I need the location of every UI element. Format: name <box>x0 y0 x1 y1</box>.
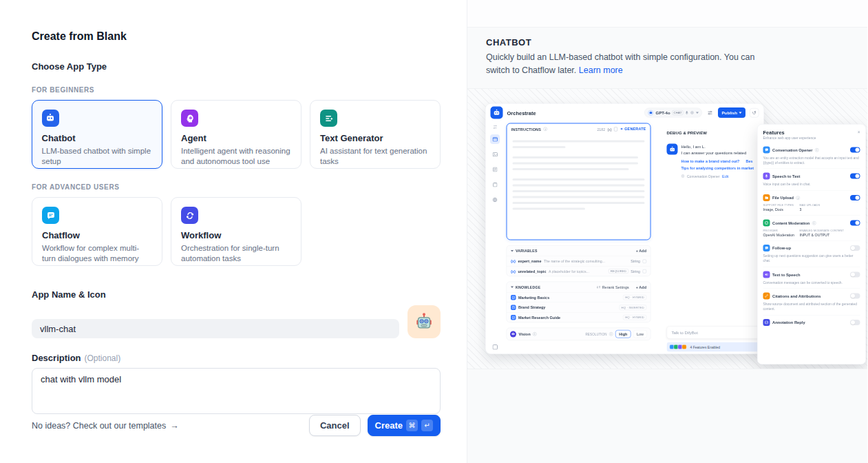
preview-topbar: Orchestrate GPT-4o CHAT <box>486 103 764 121</box>
resolution-high-option: High <box>615 330 631 338</box>
knowledge-row: Marketing Basics HQ · HYBRID <box>507 292 650 302</box>
app-name-row <box>32 305 441 338</box>
info-icon: i <box>812 220 816 225</box>
notes-icon <box>490 180 500 189</box>
info-icon: i <box>609 332 613 336</box>
model-params-icon <box>708 110 712 115</box>
toggle-on <box>850 195 860 200</box>
instructions-skeleton <box>507 133 650 214</box>
feature-follow-up: Follow-up Setting up next questions sugg… <box>763 240 860 263</box>
chatflow-icon <box>42 207 59 224</box>
upload-mini-icon <box>682 344 687 349</box>
enter-key-icon: ↵ <box>421 420 433 431</box>
toggle-on <box>850 173 860 178</box>
debug-preview-column: DEBUG & PREVIEW Hello, I am L. I can ans… <box>659 121 764 354</box>
page-title: Create from Blank <box>32 30 441 43</box>
features-panel: Features × Enhance web app user experien… <box>757 124 866 364</box>
settings-dot-icon <box>690 111 694 114</box>
suggested-question: How to make a brand stand out?Bes <box>681 159 754 163</box>
features-title: Features <box>763 129 858 135</box>
app-avatar-icon <box>491 106 503 119</box>
for-advanced-users-label: FOR ADVANCED USERS <box>32 183 441 191</box>
robot-emoji-icon <box>414 311 434 332</box>
toggle-on <box>850 220 860 225</box>
generate-button: ✦ GENERATE <box>620 127 646 132</box>
card-chatflow[interactable]: Chatflow Workflow for complex multi-turn… <box>32 197 162 266</box>
card-title: Workflow <box>181 230 291 240</box>
info-icon: i <box>544 127 548 131</box>
learn-more-link[interactable]: Learn more <box>579 65 623 75</box>
vision-row: Vision i RESOLUTION i High Low <box>507 327 651 340</box>
toggle-off <box>850 245 860 251</box>
text-generator-icon <box>320 110 337 127</box>
collapse-sidebar-icon <box>492 344 498 350</box>
preview-panel-top-strip <box>467 0 867 28</box>
feature-annotation-reply: Annotation Reply <box>763 314 860 325</box>
vision-eye-icon <box>510 331 516 337</box>
globe-icon <box>490 195 500 205</box>
card-workflow[interactable]: Workflow Orchestration for single-turn a… <box>171 197 301 266</box>
description-label: Description <box>32 353 81 363</box>
variable-row: {x} unrelated_topic A placeholder for to… <box>507 266 650 276</box>
feature-text-to-speech: Text to Speech Conversation messages can… <box>763 267 860 285</box>
description-optional-label: (Optional) <box>85 353 121 363</box>
app-name-input[interactable] <box>32 319 399 338</box>
image-panel-icon <box>490 150 500 159</box>
card-text-generator[interactable]: Text Generator AI assistant for text gen… <box>310 100 441 169</box>
app-icon-picker[interactable] <box>407 305 441 338</box>
bot-avatar-icon <box>667 143 678 154</box>
swap-icon <box>492 125 498 129</box>
collapse-caret-icon <box>511 249 514 251</box>
add-knowledge-button: + Add <box>636 285 646 289</box>
conversation-opener-icon <box>763 146 770 153</box>
for-beginners-label: FOR BEGINNERS <box>32 86 441 94</box>
text-to-speech-icon <box>763 271 770 278</box>
resolution-low-option: Low <box>633 330 647 338</box>
description-textarea[interactable]: chat with vllm model <box>32 368 441 414</box>
orchestrate-tab-icon <box>490 134 500 144</box>
chat-input: Talk to DifyBot <box>667 326 765 338</box>
info-icon: i <box>796 196 800 200</box>
card-desc: LLM-based chatbot with simple setup <box>42 146 153 167</box>
advanced-cards: Chatflow Workflow for complex multi-turn… <box>32 197 441 266</box>
card-chatbot[interactable]: Chatbot LLM-based chatbot with simple se… <box>32 100 162 169</box>
speech-to-text-icon <box>763 172 770 179</box>
templates-link[interactable]: No ideas? Check out our templates → <box>32 421 179 431</box>
copy-icon <box>614 127 617 131</box>
annotation-reply-icon <box>763 318 770 325</box>
dataset-icon <box>511 314 516 320</box>
variables-title: VARIABLES <box>516 249 634 253</box>
description-label-row: Description (Optional) <box>32 353 441 363</box>
model-selector: GPT-4o CHAT <box>644 107 702 117</box>
knowledge-row: Market Research Guide HQ · HYBRID <box>507 312 650 322</box>
arrow-right-icon: → <box>170 421 179 431</box>
agent-icon <box>181 110 198 127</box>
variable-row: {x} expert_name The name of the strategi… <box>507 256 650 266</box>
preview-window-title: Orchestrate <box>507 110 641 116</box>
workflow-icon <box>181 207 198 224</box>
close-icon: × <box>858 129 860 134</box>
resolution-label: RESOLUTION <box>585 332 606 336</box>
app-type-description: Quickly build an LLM-based chatbot with … <box>486 51 756 77</box>
toggle-off <box>850 293 860 298</box>
chevron-down-icon <box>696 112 699 114</box>
toggle-on <box>850 147 860 152</box>
mic-icon <box>685 110 688 114</box>
feature-conversation-opener: Conversation Opener i You are an entity … <box>763 143 860 165</box>
cancel-button[interactable]: Cancel <box>309 415 361 436</box>
card-agent[interactable]: Agent Intelligent agent with reasoning a… <box>171 100 301 169</box>
toggle-off <box>850 319 860 325</box>
preview-panel: CHATBOT Quickly build an LLM-based chatb… <box>467 0 867 463</box>
create-button[interactable]: Create ⌘ ↵ <box>368 415 441 436</box>
edit-opener-link: Edit <box>722 174 728 178</box>
toggle-off <box>850 271 860 277</box>
card-desc: Workflow for complex multi-turn dialogue… <box>42 243 152 264</box>
debug-preview-title: DEBUG & PREVIEW <box>667 130 764 135</box>
variable-type-icon <box>643 269 647 273</box>
model-logo-icon <box>648 110 654 116</box>
feature-file-upload: File Upload i SUPPORT FILE TYPES Image, … <box>763 190 860 212</box>
card-title: Chatflow <box>42 230 152 240</box>
variables-panel: VARIABLES + Add {x} expert_name The name… <box>507 245 651 276</box>
chevron-down-icon <box>739 112 742 114</box>
add-variable-button: + Add <box>636 249 646 253</box>
